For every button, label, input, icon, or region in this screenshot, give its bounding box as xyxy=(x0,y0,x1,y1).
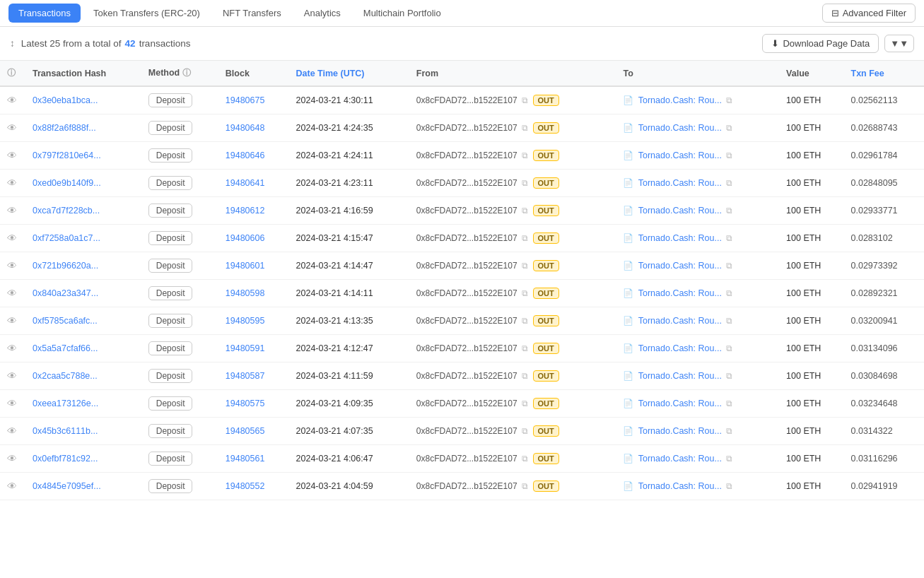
copy-to-icon[interactable]: ⧉ xyxy=(726,151,732,160)
to-address-link[interactable]: Tornado.Cash: Rou... xyxy=(638,288,722,298)
block-link[interactable]: 19480601 xyxy=(226,261,265,271)
eye-icon[interactable]: 👁 xyxy=(7,288,17,299)
transaction-hash-link[interactable]: 0xca7d7f228cb... xyxy=(33,206,100,216)
copy-to-icon[interactable]: ⧉ xyxy=(726,178,732,188)
info-icon[interactable]: ⓘ xyxy=(7,68,16,78)
copy-to-icon[interactable]: ⧉ xyxy=(726,95,732,105)
copy-from-icon[interactable]: ⧉ xyxy=(522,343,528,353)
copy-to-icon[interactable]: ⧉ xyxy=(726,481,732,491)
copy-from-icon[interactable]: ⧉ xyxy=(522,481,528,491)
transaction-hash-link[interactable]: 0x0efbf781c92... xyxy=(33,454,98,464)
block-link[interactable]: 19480595 xyxy=(226,316,265,326)
tab-token-transfers[interactable]: Token Transfers (ERC-20) xyxy=(83,4,210,23)
copy-from-icon[interactable]: ⧉ xyxy=(522,371,528,381)
to-address-link[interactable]: Tornado.Cash: Rou... xyxy=(638,151,722,160)
eye-icon[interactable]: 👁 xyxy=(7,95,17,106)
copy-from-icon[interactable]: ⧉ xyxy=(522,95,528,105)
transaction-hash-link[interactable]: 0xf5785ca6afc... xyxy=(33,316,98,326)
copy-from-icon[interactable]: ⧉ xyxy=(522,178,528,188)
eye-icon[interactable]: 👁 xyxy=(7,480,17,492)
copy-to-icon[interactable]: ⧉ xyxy=(726,343,732,353)
block-link[interactable]: 19480575 xyxy=(226,399,265,408)
copy-from-icon[interactable]: ⧉ xyxy=(522,316,528,326)
to-address-link[interactable]: Tornado.Cash: Rou... xyxy=(638,371,722,381)
eye-icon[interactable]: 👁 xyxy=(7,453,17,464)
to-address-link[interactable]: Tornado.Cash: Rou... xyxy=(638,95,722,105)
transaction-hash-link[interactable]: 0x5a5a7cfaf66... xyxy=(33,343,98,353)
eye-icon[interactable]: 👁 xyxy=(7,177,17,189)
copy-from-icon[interactable]: ⧉ xyxy=(522,261,528,271)
copy-from-icon[interactable]: ⧉ xyxy=(522,233,528,243)
eye-icon[interactable]: 👁 xyxy=(7,260,17,271)
transaction-hash-link[interactable]: 0xeea173126e... xyxy=(33,399,98,408)
copy-from-icon[interactable]: ⧉ xyxy=(522,206,528,216)
copy-to-icon[interactable]: ⧉ xyxy=(726,288,732,298)
to-address-link[interactable]: Tornado.Cash: Rou... xyxy=(638,178,722,188)
copy-from-icon[interactable]: ⧉ xyxy=(522,123,528,133)
copy-to-icon[interactable]: ⧉ xyxy=(726,206,732,216)
to-address-link[interactable]: Tornado.Cash: Rou... xyxy=(638,454,722,464)
block-link[interactable]: 19480561 xyxy=(226,454,265,464)
to-address-link[interactable]: Tornado.Cash: Rou... xyxy=(638,206,722,216)
block-link[interactable]: 19480606 xyxy=(226,233,265,243)
copy-from-icon[interactable]: ⧉ xyxy=(522,151,528,160)
eye-icon[interactable]: 👁 xyxy=(7,150,17,161)
copy-from-icon[interactable]: ⧉ xyxy=(522,288,528,298)
copy-to-icon[interactable]: ⧉ xyxy=(726,426,732,436)
copy-to-icon[interactable]: ⧉ xyxy=(726,399,732,408)
transaction-hash-link[interactable]: 0x721b96620a... xyxy=(33,261,98,271)
tab-transactions[interactable]: Transactions xyxy=(8,4,81,23)
transaction-hash-link[interactable]: 0x45b3c6111b... xyxy=(33,426,98,436)
block-link[interactable]: 19480587 xyxy=(226,371,265,381)
transaction-hash-link[interactable]: 0x3e0eba1bca... xyxy=(33,95,98,105)
copy-to-icon[interactable]: ⧉ xyxy=(726,371,732,381)
eye-icon[interactable]: 👁 xyxy=(7,398,17,409)
to-address-link[interactable]: Tornado.Cash: Rou... xyxy=(638,343,722,353)
eye-icon[interactable]: 👁 xyxy=(7,425,17,437)
copy-from-icon[interactable]: ⧉ xyxy=(522,426,528,436)
download-button[interactable]: ⬇ Download Page Data xyxy=(762,34,879,53)
transaction-hash-link[interactable]: 0x797f2810e64... xyxy=(33,151,101,160)
copy-to-icon[interactable]: ⧉ xyxy=(726,261,732,271)
copy-to-icon[interactable]: ⧉ xyxy=(726,233,732,243)
transaction-hash-link[interactable]: 0x88f2a6f888f... xyxy=(33,123,96,133)
block-link[interactable]: 19480675 xyxy=(226,95,265,105)
tab-multichain[interactable]: Multichain Portfolio xyxy=(353,4,451,23)
eye-icon[interactable]: 👁 xyxy=(7,205,17,216)
to-address-link[interactable]: Tornado.Cash: Rou... xyxy=(638,233,722,243)
transaction-hash-link[interactable]: 0x840a23a347... xyxy=(33,288,98,298)
block-link[interactable]: 19480598 xyxy=(226,288,265,298)
eye-icon[interactable]: 👁 xyxy=(7,343,17,354)
tab-analytics[interactable]: Analytics xyxy=(294,4,351,23)
copy-from-icon[interactable]: ⧉ xyxy=(522,399,528,408)
to-address-link[interactable]: Tornado.Cash: Rou... xyxy=(638,399,722,408)
block-link[interactable]: 19480612 xyxy=(226,206,265,216)
to-address-link[interactable]: Tornado.Cash: Rou... xyxy=(638,123,722,133)
eye-icon[interactable]: 👁 xyxy=(7,232,17,244)
to-address-link[interactable]: Tornado.Cash: Rou... xyxy=(638,481,722,491)
tab-nft-transfers[interactable]: NFT Transfers xyxy=(213,4,291,23)
to-address-link[interactable]: Tornado.Cash: Rou... xyxy=(638,316,722,326)
method-info-icon[interactable]: ⓘ xyxy=(182,68,191,78)
eye-icon[interactable]: 👁 xyxy=(7,315,17,326)
transaction-hash-link[interactable]: 0xed0e9b140f9... xyxy=(33,178,101,188)
block-link[interactable]: 19480646 xyxy=(226,151,265,160)
copy-to-icon[interactable]: ⧉ xyxy=(726,123,732,133)
to-address-link[interactable]: Tornado.Cash: Rou... xyxy=(638,426,722,436)
block-link[interactable]: 19480565 xyxy=(226,426,265,436)
transaction-hash-link[interactable]: 0x4845e7095ef... xyxy=(33,481,101,491)
block-link[interactable]: 19480648 xyxy=(226,123,265,133)
block-link[interactable]: 19480641 xyxy=(226,178,265,188)
advanced-filter-button[interactable]: ⊟ Advanced Filter xyxy=(822,4,916,23)
block-link[interactable]: 19480552 xyxy=(226,481,265,491)
eye-icon[interactable]: 👁 xyxy=(7,370,17,382)
copy-to-icon[interactable]: ⧉ xyxy=(726,454,732,464)
transaction-hash-link[interactable]: 0x2caa5c788e... xyxy=(33,371,98,381)
to-address-link[interactable]: Tornado.Cash: Rou... xyxy=(638,261,722,271)
transaction-hash-link[interactable]: 0xf7258a0a1c7... xyxy=(33,233,100,243)
copy-to-icon[interactable]: ⧉ xyxy=(726,316,732,326)
filter-dropdown-button[interactable]: ▼▼ xyxy=(884,35,914,52)
copy-from-icon[interactable]: ⧉ xyxy=(522,454,528,464)
block-link[interactable]: 19480591 xyxy=(226,343,265,353)
eye-icon[interactable]: 👁 xyxy=(7,122,17,134)
